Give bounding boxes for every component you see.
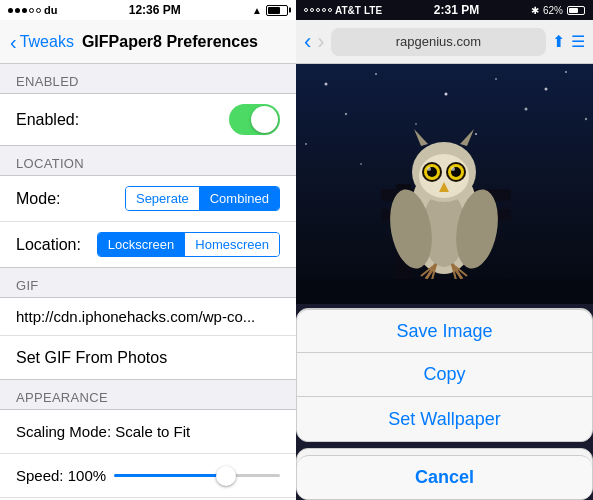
status-bar-left: du (8, 4, 57, 16)
mode-combined-btn[interactable]: Combined (199, 187, 279, 210)
back-label: Tweaks (20, 33, 74, 51)
url-text: rapgenius.com (396, 34, 481, 49)
browser-bar: ‹ › rapgenius.com ⬆ ☰ (296, 20, 593, 64)
cancel-wrapper: Cancel (296, 448, 593, 500)
nav-title: GIFPaper8 Preferences (82, 33, 258, 51)
battery-fill (268, 7, 280, 14)
location-label: Location: (16, 236, 81, 254)
save-image-label: Save Image (396, 321, 492, 342)
right-signal-dots (304, 8, 332, 12)
enabled-row: Enabled: (0, 94, 296, 145)
right-carrier: AT&T (335, 5, 361, 16)
bluetooth-icon: ✱ (531, 5, 539, 16)
mode-separate-btn[interactable]: Seperate (126, 187, 199, 210)
wifi-icon: ▲ (252, 5, 262, 16)
location-segmented: Lockscreen Homescreen (97, 232, 280, 257)
right-status-left: AT&T LTE (304, 5, 382, 16)
svg-point-7 (345, 113, 347, 115)
share-icon[interactable]: ⬆ (552, 32, 565, 51)
save-image-btn[interactable]: Save Image (297, 309, 592, 353)
nav-bar: ‹ Tweaks GIFPaper8 Preferences (0, 20, 296, 64)
right-status-right: ✱ 62% (531, 5, 585, 16)
signal-dot-3 (22, 8, 27, 13)
owl-scene-container (296, 64, 593, 304)
action-group: Save Image Copy Set Wallpaper (296, 308, 593, 442)
owl-scene-svg (296, 64, 593, 304)
svg-rect-41 (296, 279, 593, 304)
right-panel: AT&T LTE 2:31 PM ✱ 62% ‹ › rapgenius.com… (296, 0, 593, 500)
cancel-label: Cancel (415, 467, 474, 488)
svg-point-5 (545, 88, 548, 91)
enabled-label: Enabled: (16, 111, 79, 129)
section-header-gif: GIF (0, 268, 296, 297)
svg-point-3 (445, 93, 448, 96)
svg-point-12 (585, 118, 587, 120)
svg-point-8 (415, 123, 417, 125)
gif-url[interactable]: http://cdn.iphonehacks.com/wp-co... (0, 297, 296, 336)
r-dot-2 (310, 8, 314, 12)
signal-dot-4 (29, 8, 34, 13)
enabled-toggle[interactable] (229, 104, 280, 135)
mode-label: Mode: (16, 190, 60, 208)
r-dot-5 (328, 8, 332, 12)
r-dot-3 (316, 8, 320, 12)
scaling-row: Scaling Mode: Scale to Fit (0, 410, 296, 454)
right-network: LTE (364, 5, 382, 16)
signal-dot-2 (15, 8, 20, 13)
left-status-bar: du 12:36 PM ▲ (0, 0, 296, 20)
section-header-appearance: Appearance (0, 380, 296, 409)
svg-point-4 (495, 78, 497, 80)
url-bar[interactable]: rapgenius.com (331, 28, 546, 56)
svg-point-2 (375, 73, 377, 75)
forward-nav-icon[interactable]: › (317, 29, 324, 55)
right-time: 2:31 PM (434, 3, 479, 17)
toggle-thumb (251, 106, 278, 133)
bookmarks-icon[interactable]: ☰ (571, 32, 585, 51)
location-group: Mode: Seperate Combined Location: Locksc… (0, 175, 296, 268)
svg-point-6 (565, 71, 567, 73)
set-gif-label: Set GIF From Photos (16, 349, 167, 367)
back-button[interactable]: ‹ Tweaks (10, 32, 74, 52)
copy-btn[interactable]: Copy (297, 353, 592, 397)
svg-point-10 (305, 143, 307, 145)
right-status-bar: AT&T LTE 2:31 PM ✱ 62% (296, 0, 593, 20)
mode-segmented: Seperate Combined (125, 186, 280, 211)
signal-dot-5 (36, 8, 41, 13)
enabled-group: Enabled: (0, 93, 296, 146)
battery-icon (266, 5, 288, 16)
time-label: 12:36 PM (129, 3, 181, 17)
speed-label: Speed: 100% (16, 467, 106, 484)
svg-point-33 (451, 167, 455, 171)
r-dot-4 (322, 8, 326, 12)
action-sheet: Save Image Copy Set Wallpaper Cancel (296, 308, 593, 500)
back-nav-icon[interactable]: ‹ (304, 29, 311, 55)
right-battery-pct: 62% (543, 5, 563, 16)
signal-dot-1 (8, 8, 13, 13)
settings-list: Enabled Enabled: Location Mode: Seperate… (0, 64, 296, 500)
right-battery-icon (567, 6, 585, 15)
svg-point-29 (427, 167, 431, 171)
section-header-enabled: Enabled (0, 64, 296, 93)
set-wallpaper-btn[interactable]: Set Wallpaper (297, 397, 592, 441)
svg-point-13 (360, 163, 362, 165)
r-dot-1 (304, 8, 308, 12)
svg-point-1 (325, 83, 328, 86)
signal-dots (8, 8, 41, 13)
speed-slider-container: Speed: 100% (16, 467, 280, 484)
location-row: Location: Lockscreen Homescreen (0, 222, 296, 267)
cancel-btn[interactable]: Cancel (297, 455, 592, 499)
speed-slider[interactable] (114, 474, 280, 477)
mode-row: Mode: Seperate Combined (0, 176, 296, 222)
left-panel: du 12:36 PM ▲ ‹ Tweaks GIFPaper8 Prefere… (0, 0, 296, 500)
back-chevron-icon: ‹ (10, 32, 17, 52)
appearance-group: Scaling Mode: Scale to Fit Speed: 100% A… (0, 409, 296, 500)
svg-point-11 (475, 133, 477, 135)
copy-label: Copy (423, 364, 465, 385)
location-lockscreen-btn[interactable]: Lockscreen (98, 233, 184, 256)
scaling-label: Scaling Mode: Scale to Fit (16, 423, 190, 440)
right-battery-fill (569, 8, 578, 13)
set-gif-row[interactable]: Set GIF From Photos (0, 336, 296, 380)
section-header-location: Location (0, 146, 296, 175)
location-homescreen-btn[interactable]: Homescreen (184, 233, 279, 256)
set-wallpaper-label: Set Wallpaper (388, 409, 500, 430)
